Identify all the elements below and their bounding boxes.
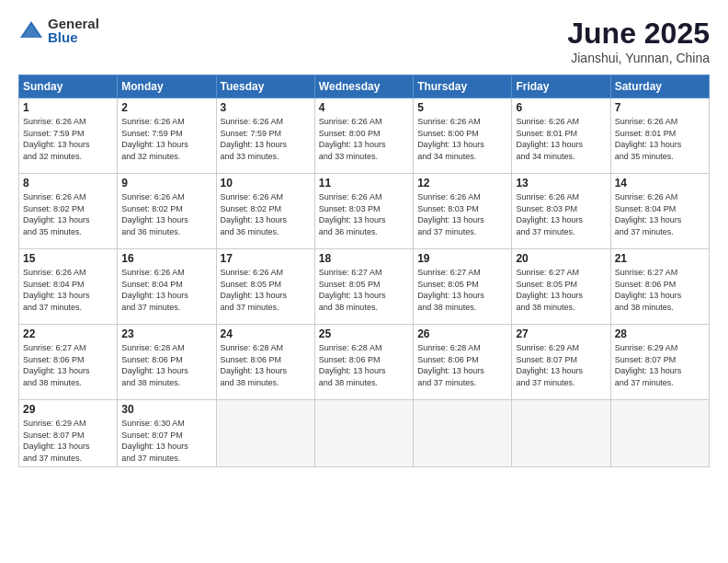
day-number: 30 [121, 403, 211, 416]
calendar-week-1: 8Sunrise: 6:26 AMSunset: 8:02 PMDaylight… [19, 174, 710, 249]
day-info: Sunrise: 6:28 AMSunset: 8:06 PMDaylight:… [121, 343, 188, 387]
calendar-week-2: 15Sunrise: 6:26 AMSunset: 8:04 PMDayligh… [19, 249, 710, 325]
header-row: SundayMondayTuesdayWednesdayThursdayFrid… [19, 75, 710, 98]
day-info: Sunrise: 6:26 AMSunset: 8:04 PMDaylight:… [121, 268, 188, 312]
day-number: 24 [221, 327, 311, 340]
calendar-cell: 13Sunrise: 6:26 AMSunset: 8:03 PMDayligh… [512, 174, 610, 249]
calendar-cell: 26Sunrise: 6:28 AMSunset: 8:06 PMDayligh… [414, 325, 512, 400]
day-number: 17 [221, 252, 311, 265]
day-info: Sunrise: 6:26 AMSunset: 8:03 PMDaylight:… [417, 192, 484, 236]
day-number: 10 [221, 177, 311, 190]
calendar-cell: 9Sunrise: 6:26 AMSunset: 8:02 PMDaylight… [118, 174, 216, 249]
calendar-week-0: 1Sunrise: 6:26 AMSunset: 7:59 PMDaylight… [19, 98, 710, 174]
calendar-cell [414, 400, 512, 467]
day-info: Sunrise: 6:27 AMSunset: 8:06 PMDaylight:… [615, 268, 682, 312]
calendar-cell: 3Sunrise: 6:26 AMSunset: 7:59 PMDaylight… [216, 98, 314, 174]
logo-text: General Blue [48, 17, 99, 44]
calendar-cell: 7Sunrise: 6:26 AMSunset: 8:01 PMDaylight… [610, 98, 709, 174]
day-number: 14 [615, 177, 705, 190]
day-info: Sunrise: 6:26 AMSunset: 8:00 PMDaylight:… [417, 117, 484, 161]
calendar-cell [314, 400, 413, 467]
day-number: 22 [23, 327, 113, 340]
day-number: 3 [221, 101, 311, 114]
calendar-cell: 10Sunrise: 6:26 AMSunset: 8:02 PMDayligh… [216, 174, 314, 249]
calendar-cell: 6Sunrise: 6:26 AMSunset: 8:01 PMDaylight… [512, 98, 610, 174]
header-day-monday: Monday [118, 75, 216, 98]
calendar-cell: 16Sunrise: 6:26 AMSunset: 8:04 PMDayligh… [118, 249, 216, 325]
day-info: Sunrise: 6:29 AMSunset: 8:07 PMDaylight:… [516, 343, 583, 387]
calendar-cell: 14Sunrise: 6:26 AMSunset: 8:04 PMDayligh… [610, 174, 709, 249]
day-number: 5 [417, 101, 507, 114]
day-info: Sunrise: 6:26 AMSunset: 8:03 PMDaylight:… [516, 192, 583, 236]
day-info: Sunrise: 6:26 AMSunset: 8:04 PMDaylight:… [615, 192, 682, 236]
day-info: Sunrise: 6:29 AMSunset: 8:07 PMDaylight:… [23, 419, 90, 463]
day-info: Sunrise: 6:26 AMSunset: 7:59 PMDaylight:… [221, 117, 288, 161]
calendar-cell: 25Sunrise: 6:28 AMSunset: 8:06 PMDayligh… [314, 325, 413, 400]
day-info: Sunrise: 6:26 AMSunset: 8:00 PMDaylight:… [319, 117, 386, 161]
day-info: Sunrise: 6:28 AMSunset: 8:06 PMDaylight:… [417, 343, 484, 387]
calendar-cell: 19Sunrise: 6:27 AMSunset: 8:05 PMDayligh… [414, 249, 512, 325]
day-info: Sunrise: 6:28 AMSunset: 8:06 PMDaylight:… [221, 343, 288, 387]
calendar-cell: 29Sunrise: 6:29 AMSunset: 8:07 PMDayligh… [19, 400, 118, 467]
calendar-cell: 12Sunrise: 6:26 AMSunset: 8:03 PMDayligh… [414, 174, 512, 249]
header: General Blue June 2025 Jianshui, Yunnan,… [18, 17, 710, 65]
logo-blue: Blue [48, 30, 99, 44]
calendar-cell: 18Sunrise: 6:27 AMSunset: 8:05 PMDayligh… [314, 249, 413, 325]
header-day-saturday: Saturday [610, 75, 709, 98]
calendar-cell: 8Sunrise: 6:26 AMSunset: 8:02 PMDaylight… [19, 174, 118, 249]
day-info: Sunrise: 6:27 AMSunset: 8:06 PMDaylight:… [23, 343, 90, 387]
logo: General Blue [18, 17, 99, 44]
page: General Blue June 2025 Jianshui, Yunnan,… [0, 0, 728, 563]
day-number: 28 [615, 327, 705, 340]
title-block: June 2025 Jianshui, Yunnan, China [567, 17, 710, 65]
calendar-week-3: 22Sunrise: 6:27 AMSunset: 8:06 PMDayligh… [19, 325, 710, 400]
calendar-cell: 11Sunrise: 6:26 AMSunset: 8:03 PMDayligh… [314, 174, 413, 249]
calendar-week-4: 29Sunrise: 6:29 AMSunset: 8:07 PMDayligh… [19, 400, 710, 467]
logo-icon [18, 17, 44, 43]
day-info: Sunrise: 6:26 AMSunset: 8:02 PMDaylight:… [221, 192, 288, 236]
main-title: June 2025 [567, 17, 710, 51]
day-info: Sunrise: 6:27 AMSunset: 8:05 PMDaylight:… [417, 268, 484, 312]
calendar-cell: 24Sunrise: 6:28 AMSunset: 8:06 PMDayligh… [216, 325, 314, 400]
day-number: 29 [23, 403, 113, 416]
day-number: 21 [615, 252, 705, 265]
day-info: Sunrise: 6:26 AMSunset: 7:59 PMDaylight:… [121, 117, 188, 161]
day-number: 20 [516, 252, 606, 265]
day-number: 2 [121, 101, 211, 114]
day-number: 4 [319, 101, 409, 114]
day-number: 26 [417, 327, 507, 340]
calendar-header: SundayMondayTuesdayWednesdayThursdayFrid… [19, 75, 710, 98]
day-number: 16 [121, 252, 211, 265]
subtitle: Jianshui, Yunnan, China [567, 51, 710, 65]
logo-general: General [48, 17, 99, 30]
day-number: 9 [121, 177, 211, 190]
calendar-body: 1Sunrise: 6:26 AMSunset: 7:59 PMDaylight… [19, 98, 710, 467]
calendar-cell: 21Sunrise: 6:27 AMSunset: 8:06 PMDayligh… [610, 249, 709, 325]
header-day-sunday: Sunday [19, 75, 118, 98]
day-info: Sunrise: 6:29 AMSunset: 8:07 PMDaylight:… [615, 343, 682, 387]
day-info: Sunrise: 6:30 AMSunset: 8:07 PMDaylight:… [121, 419, 188, 463]
calendar-cell [216, 400, 314, 467]
day-info: Sunrise: 6:26 AMSunset: 8:01 PMDaylight:… [516, 117, 583, 161]
calendar-cell: 27Sunrise: 6:29 AMSunset: 8:07 PMDayligh… [512, 325, 610, 400]
header-day-thursday: Thursday [414, 75, 512, 98]
day-number: 7 [615, 101, 705, 114]
day-info: Sunrise: 6:26 AMSunset: 7:59 PMDaylight:… [23, 117, 90, 161]
day-info: Sunrise: 6:26 AMSunset: 8:02 PMDaylight:… [23, 192, 90, 236]
calendar-cell: 20Sunrise: 6:27 AMSunset: 8:05 PMDayligh… [512, 249, 610, 325]
calendar-cell: 17Sunrise: 6:26 AMSunset: 8:05 PMDayligh… [216, 249, 314, 325]
header-day-tuesday: Tuesday [216, 75, 314, 98]
day-info: Sunrise: 6:26 AMSunset: 8:03 PMDaylight:… [319, 192, 386, 236]
header-day-wednesday: Wednesday [314, 75, 413, 98]
calendar-cell: 30Sunrise: 6:30 AMSunset: 8:07 PMDayligh… [118, 400, 216, 467]
day-number: 25 [319, 327, 409, 340]
calendar-cell: 1Sunrise: 6:26 AMSunset: 7:59 PMDaylight… [19, 98, 118, 174]
day-number: 1 [23, 101, 113, 114]
calendar-cell: 5Sunrise: 6:26 AMSunset: 8:00 PMDaylight… [414, 98, 512, 174]
calendar-cell [512, 400, 610, 467]
day-number: 27 [516, 327, 606, 340]
header-day-friday: Friday [512, 75, 610, 98]
day-info: Sunrise: 6:27 AMSunset: 8:05 PMDaylight:… [516, 268, 583, 312]
calendar-cell: 2Sunrise: 6:26 AMSunset: 7:59 PMDaylight… [118, 98, 216, 174]
day-number: 8 [23, 177, 113, 190]
